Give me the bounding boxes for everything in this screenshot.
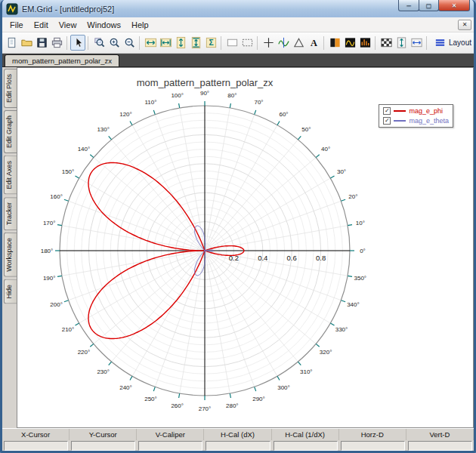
readout-value-1 <box>71 441 135 451</box>
svg-text:Σ: Σ <box>209 39 213 47</box>
maximize-button[interactable]: ▢ <box>419 0 439 11</box>
autoscale-button[interactable]: Σ <box>203 35 218 51</box>
plot-area[interactable]: 0°10°20°30°40°50°60°70°80°90°100°110°120… <box>17 67 474 428</box>
vertical-markers-icon <box>395 36 408 49</box>
zoom-in-button[interactable] <box>107 35 122 51</box>
angle-label: 280° <box>226 402 239 409</box>
text-annotation-icon: A <box>308 36 320 49</box>
horizontal-markers-button[interactable] <box>409 35 424 51</box>
readout-header-horz-d: Horz-D <box>339 429 406 440</box>
zoom-region-button[interactable] <box>240 35 255 51</box>
side-tab-edit-graph[interactable]: Edit Graph <box>4 110 17 153</box>
angle-label: 240° <box>119 384 132 391</box>
legend-line-sample <box>394 110 406 112</box>
zoom-out-icon <box>123 36 136 49</box>
angle-label: 270° <box>199 405 212 412</box>
radial-label: 0.6 <box>287 254 297 262</box>
angle-label: 100° <box>171 92 184 99</box>
legend-checkbox-mag-e-theta[interactable]: ✓ <box>383 117 391 125</box>
angle-label: 190° <box>43 275 56 282</box>
menu-windows[interactable]: Windows <box>82 19 126 31</box>
readout-value-5 <box>341 441 405 451</box>
legend-checkbox-mag-e-phi[interactable]: ✓ <box>383 107 391 115</box>
legend-entry-mag-e-theta: ✓mag_e_theta <box>383 117 449 125</box>
color-map-button[interactable] <box>327 35 342 51</box>
legend-label: mag_e_theta <box>409 117 449 125</box>
print-button[interactable] <box>49 35 64 51</box>
readout-header-x-cursor: X-Cursor <box>2 429 70 440</box>
main-area: Edit PlotsEdit GraphEdit AxesTrackerWork… <box>2 67 474 428</box>
fit-vertical-button[interactable] <box>188 35 203 51</box>
angle-label: 320° <box>320 349 332 356</box>
side-tab-workspace[interactable]: Workspace <box>4 233 17 277</box>
minimize-button[interactable]: ─ <box>398 0 419 11</box>
angle-label: 340° <box>347 301 360 308</box>
legend-entry-mag-e-phi: ✓mag_e_phi <box>383 107 449 115</box>
new-file-button[interactable] <box>4 35 19 51</box>
window-title: EM.Grid - [untitledproj52] <box>22 5 395 14</box>
side-tab-tracker[interactable]: Tracker <box>4 197 17 230</box>
grid-pattern-button[interactable] <box>379 35 394 51</box>
expand-horizontal-button[interactable] <box>143 35 158 51</box>
angle-label: 310° <box>300 368 313 375</box>
child-close-button[interactable]: ✕ <box>458 20 471 30</box>
side-tab-hide[interactable]: Hide <box>4 279 17 304</box>
angle-label: 210° <box>62 326 75 333</box>
angle-label: 90° <box>200 90 209 97</box>
legend-line-sample <box>394 120 406 122</box>
readout-value-6 <box>408 441 472 451</box>
menu-view[interactable]: View <box>54 19 82 31</box>
app-icon <box>6 3 18 15</box>
delta-marker-button[interactable] <box>291 35 306 51</box>
close-button[interactable]: ✕ <box>438 0 470 11</box>
title-bar: EM.Grid - [untitledproj52] ─ ▢ ✕ <box>2 0 474 17</box>
spectrum-view-icon <box>359 36 372 49</box>
select-cursor-button[interactable] <box>70 35 85 51</box>
text-annotation-button[interactable]: A <box>306 35 321 51</box>
zoom-window-button[interactable] <box>91 35 107 51</box>
waveform-view-button[interactable] <box>342 35 357 51</box>
grid-pattern-icon <box>380 36 393 49</box>
expand-vertical-button[interactable] <box>173 35 188 51</box>
angle-label: 150° <box>62 168 75 175</box>
crosshair-button[interactable] <box>261 35 276 51</box>
spectrum-view-button[interactable] <box>357 35 372 51</box>
menu-bar: FileEditViewWindowsHelp✕ <box>2 17 474 32</box>
zoom-in-icon <box>108 36 121 49</box>
save-file-button[interactable] <box>34 35 49 51</box>
readout-header-vert-d: Vert-D <box>406 429 474 440</box>
app-window: EM.Grid - [untitledproj52] ─ ▢ ✕ FileEdi… <box>0 0 476 453</box>
autoscale-icon: Σ <box>205 36 218 49</box>
readout-header-h-cal-dx: H-Cal (dX) <box>204 429 271 440</box>
menu-edit[interactable]: Edit <box>29 19 54 31</box>
angle-label: 130° <box>97 126 110 133</box>
angle-label: 220° <box>78 349 91 356</box>
open-file-button[interactable] <box>19 35 34 51</box>
zoom-out-button[interactable] <box>122 35 137 51</box>
angle-label: 70° <box>254 99 263 106</box>
angle-label: 0° <box>360 248 366 254</box>
layout-button[interactable]: Layout <box>430 35 474 51</box>
side-tab-edit-axes[interactable]: Edit Axes <box>4 156 17 195</box>
layout-icon <box>434 36 447 49</box>
region-select-button[interactable] <box>224 35 240 51</box>
angle-label: 120° <box>119 111 132 118</box>
fit-vertical-icon <box>190 36 202 49</box>
angle-label: 290° <box>252 396 265 402</box>
radial-label: 0.4 <box>258 254 267 262</box>
side-tab-edit-plots[interactable]: Edit Plots <box>4 69 17 108</box>
angle-label: 250° <box>144 396 157 402</box>
menu-help[interactable]: Help <box>126 19 154 31</box>
trace-cursor-button[interactable] <box>276 35 291 51</box>
vertical-markers-button[interactable] <box>394 35 409 51</box>
save-file-icon <box>36 36 48 49</box>
radial-label: 0.8 <box>316 254 326 262</box>
open-file-icon <box>20 36 33 49</box>
crosshair-icon <box>262 36 275 49</box>
angle-label: 160° <box>50 193 63 200</box>
menu-file[interactable]: File <box>5 19 29 31</box>
tab-mom-pattern-pattern-polar-zx[interactable]: mom_pattern_pattern_polar_zx <box>5 54 119 66</box>
fit-horizontal-button[interactable] <box>158 35 173 51</box>
side-tab-bar: Edit PlotsEdit GraphEdit AxesTrackerWork… <box>2 67 17 428</box>
readout-bar: X-CursorY-CursorV-CaliperH-Cal (dX)H-Cal… <box>2 428 474 451</box>
